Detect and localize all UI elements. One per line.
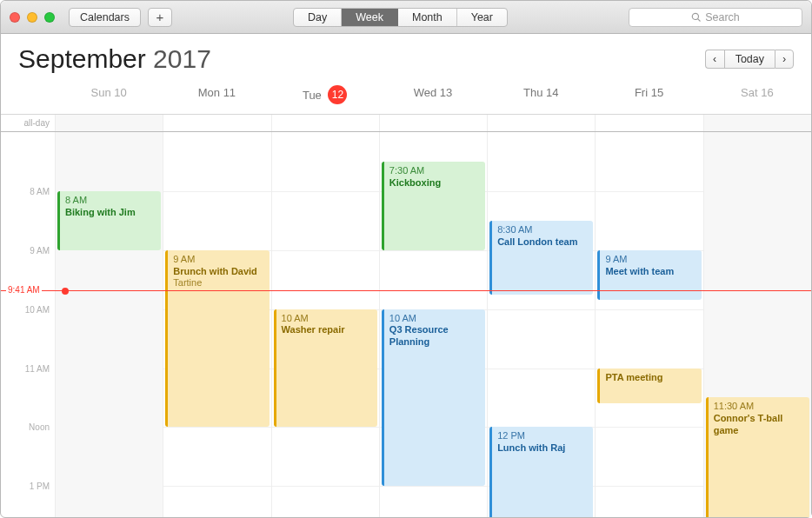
calendar-event[interactable]: 11:30 AMConnor's T-ball game [706, 397, 809, 517]
allday-cell[interactable] [487, 115, 595, 131]
day-column[interactable]: 11:30 AMConnor's T-ball game [703, 132, 811, 517]
year-label: 2017 [153, 44, 211, 73]
week-nav: ‹ Today › [705, 50, 794, 69]
event-time: 8:30 AM [497, 224, 588, 236]
day-column[interactable]: 9 AMMeet with teamPTA meeting [595, 132, 702, 517]
day-header: Mon 11 [163, 81, 270, 114]
event-location: Tartine [173, 277, 263, 289]
calendar-event[interactable]: 10 AMQ3 Resource Planning [382, 309, 485, 487]
hour-label: 8 AM [30, 186, 50, 196]
view-tab-month[interactable]: Month [398, 9, 457, 26]
toolbar: Calendars + DayWeekMonthYear Search [1, 1, 811, 34]
calendar-event[interactable]: 9 AMBrunch with DavidTartine [165, 250, 269, 428]
day-header: Sat 16 [703, 81, 811, 114]
event-title: Washer repair [282, 324, 372, 336]
allday-cell[interactable] [595, 115, 702, 131]
calendar-event[interactable]: 10 AMWasher repair [274, 309, 377, 428]
event-title: Q3 Resource Planning [389, 324, 480, 349]
day-column[interactable]: 10 AMWasher repair [271, 132, 379, 517]
day-headers: Sun 10Mon 11Tue 12Wed 13Thu 14Fri 15Sat … [1, 81, 811, 115]
event-title: Biking with Jim [65, 207, 156, 219]
day-columns: 8 AMBiking with Jim9 AMBrunch with David… [55, 132, 811, 517]
page-title: September 2017 [18, 44, 211, 74]
calendar-event[interactable]: PTA meeting [597, 369, 701, 404]
add-button[interactable]: + [148, 8, 172, 27]
event-time: 10 AM [389, 313, 480, 325]
allday-cell[interactable] [703, 115, 811, 131]
event-title: PTA meeting [605, 372, 696, 384]
hour-label: Noon [29, 422, 50, 432]
view-switcher: DayWeekMonthYear [293, 8, 508, 27]
hour-label: 10 AM [25, 304, 50, 314]
event-title: Lunch with Raj [497, 442, 588, 455]
event-time: 8 AM [65, 195, 156, 207]
header: September 2017 ‹ Today › [1, 34, 811, 81]
allday-cell[interactable] [271, 115, 379, 131]
view-tab-day[interactable]: Day [294, 9, 342, 26]
minimize-icon[interactable] [27, 12, 37, 23]
event-title: Connor's T-ball game [714, 413, 804, 437]
calendar-event[interactable]: 8 AMBiking with Jim [57, 191, 161, 250]
allday-cell[interactable] [55, 115, 163, 131]
allday-row: all-day [1, 115, 811, 132]
day-column[interactable]: 8 AMBiking with Jim [55, 132, 163, 517]
calendar-event[interactable]: 9 AMMeet with team [597, 250, 701, 301]
allday-cell[interactable] [379, 115, 487, 131]
month-label: September [18, 44, 146, 73]
allday-label: all-day [1, 115, 55, 131]
today-button[interactable]: Today [724, 50, 775, 69]
calendars-button[interactable]: Calendars [69, 8, 141, 27]
search-input[interactable]: Search [629, 8, 802, 27]
day-column[interactable]: 9 AMBrunch with DavidTartine [163, 132, 270, 517]
event-time: 10 AM [282, 313, 372, 325]
calendar-window: Calendars + DayWeekMonthYear Search Sept… [0, 0, 812, 518]
event-time: 9 AM [605, 254, 696, 266]
event-title: Call London team [497, 236, 588, 249]
current-time-label: 9:41 AM [6, 285, 42, 295]
window-controls [10, 12, 55, 23]
event-title: Meet with team [605, 266, 696, 278]
zoom-icon[interactable] [44, 12, 55, 23]
calendar-event[interactable]: 12 PMLunch with Raj [489, 427, 593, 517]
day-column[interactable]: 8:30 AMCall London team12 PMLunch with R… [487, 132, 595, 517]
calendar-event[interactable]: 7:30 AMKickboxing [382, 162, 485, 250]
event-time: 7:30 AM [389, 165, 480, 177]
close-icon[interactable] [10, 12, 20, 23]
event-time: 12 PM [497, 430, 588, 442]
today-badge: 12 [328, 85, 347, 104]
day-header: Thu 14 [487, 81, 595, 114]
search-placeholder: Search [705, 11, 740, 23]
event-title: Kickboxing [389, 177, 480, 189]
day-column[interactable]: 7:30 AMKickboxing10 AMQ3 Resource Planni… [379, 132, 487, 517]
search-icon [691, 12, 702, 23]
view-tab-week[interactable]: Week [342, 9, 398, 26]
hour-label: 9 AM [30, 245, 50, 255]
day-header: Sun 10 [55, 81, 163, 114]
day-header: Fri 15 [595, 81, 702, 114]
event-title: Brunch with David [173, 266, 263, 278]
time-gutter: 8 AM9 AM10 AM11 AMNoon1 PM [1, 132, 55, 517]
day-header: Tue 12 [271, 81, 379, 114]
hour-label: 1 PM [30, 481, 50, 491]
calendar-event[interactable]: 8:30 AMCall London team [489, 221, 593, 295]
next-week-button[interactable]: › [775, 50, 794, 69]
current-time-indicator: 9:41 AM [1, 290, 811, 291]
hour-label: 11 AM [25, 363, 50, 373]
allday-cells [55, 115, 811, 131]
event-time: 9 AM [173, 254, 263, 266]
allday-cell[interactable] [163, 115, 270, 131]
event-time: 11:30 AM [714, 401, 804, 413]
view-tab-year[interactable]: Year [457, 9, 507, 26]
week-grid[interactable]: 8 AM9 AM10 AM11 AMNoon1 PM 8 AMBiking wi… [1, 132, 811, 517]
prev-week-button[interactable]: ‹ [705, 50, 724, 69]
day-header: Wed 13 [379, 81, 487, 114]
